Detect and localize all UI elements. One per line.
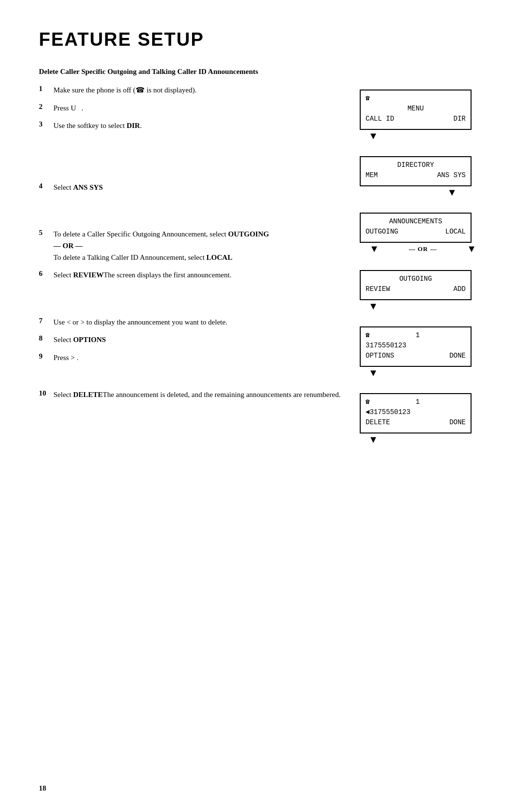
step-4: 4 Select ANS SYS bbox=[39, 182, 345, 193]
screen-box-1: ☎ MENU CALL ID DIR bbox=[360, 90, 472, 130]
screen-box-6: ☎ 1 ◄3175550123 DELETE DONE bbox=[360, 393, 472, 433]
step-text-6: Select REVIEWThe screen displays the fir… bbox=[53, 270, 231, 281]
section-heading: Delete Caller Specific Outgoing and Talk… bbox=[39, 68, 486, 76]
step-num-5: 5 bbox=[39, 229, 53, 237]
phone-icon-1: ☎ bbox=[366, 93, 369, 104]
step-num-1: 1 bbox=[39, 85, 53, 93]
screen-line-delete-done-6: DELETE DONE bbox=[366, 417, 466, 428]
call-id-label: CALL ID bbox=[366, 114, 394, 124]
options-label: OPTIONS bbox=[366, 351, 394, 361]
screen-block-2: DIRECTORY MEM ANS SYS ▼ bbox=[360, 156, 486, 197]
step-num-10: 10 bbox=[39, 389, 53, 397]
step-8: 8 Select OPTIONS bbox=[39, 334, 345, 345]
ans-sys-label: ANS SYS bbox=[437, 170, 466, 180]
record-num-6: 1 bbox=[416, 397, 420, 407]
step-num-9: 9 bbox=[39, 352, 53, 361]
screen-line-announcements: ANNOUNCEMENTS bbox=[366, 217, 466, 227]
step-text-8: Select OPTIONS bbox=[53, 334, 106, 345]
step-text-4: Select ANS SYS bbox=[53, 182, 103, 193]
screen-line-outgoing-local: OUTGOING LOCAL bbox=[366, 227, 466, 237]
page-title: FEATURE SETUP bbox=[39, 29, 486, 50]
step-9: 9 Press > . bbox=[39, 352, 345, 363]
arrow-down-4: ▼ bbox=[360, 301, 486, 311]
announcements-label: ANNOUNCEMENTS bbox=[389, 217, 442, 227]
screen-box-2: DIRECTORY MEM ANS SYS bbox=[360, 156, 472, 186]
step-text-9: Press > . bbox=[53, 352, 78, 363]
main-layout: 1 Make sure the phone is off (☎ is not d… bbox=[39, 85, 486, 453]
mem-label: MEM bbox=[366, 170, 378, 180]
step-num-4: 4 bbox=[39, 182, 53, 190]
screen-line-review-add: REVIEW ADD bbox=[366, 284, 466, 294]
left-column: 1 Make sure the phone is off (☎ is not d… bbox=[39, 85, 360, 453]
step-3: 3 Use the softkey to select DIR. bbox=[39, 120, 345, 131]
delete-label: DELETE bbox=[366, 417, 390, 428]
step-text-10: Select DELETEThe announcement is deleted… bbox=[53, 389, 341, 400]
menu-label: MENU bbox=[407, 104, 424, 114]
step-7: 7 Use < or > to display the announcement… bbox=[39, 317, 345, 328]
arrow-down-6: ▼ bbox=[360, 434, 486, 444]
add-label: ADD bbox=[454, 284, 466, 294]
arrow-down-1: ▼ bbox=[360, 131, 486, 141]
right-column: ☎ MENU CALL ID DIR ▼ DIRECTORY bbox=[360, 85, 486, 453]
phone-icon-5: ☎ bbox=[366, 330, 369, 341]
step-text-5b: To delete a Talking Caller ID Announceme… bbox=[53, 252, 269, 263]
done-label-6: DONE bbox=[449, 417, 466, 428]
screen-line-phone-number-5: 3175550123 bbox=[366, 341, 466, 351]
dir-label: DIR bbox=[454, 114, 466, 124]
screen-box-3: ANNOUNCEMENTS OUTGOING LOCAL bbox=[360, 213, 472, 243]
step-1: 1 Make sure the phone is off (☎ is not d… bbox=[39, 85, 345, 96]
step-6: 6 Select REVIEWThe screen displays the f… bbox=[39, 270, 345, 281]
step-text-1: Make sure the phone is off (☎ is not dis… bbox=[53, 85, 197, 96]
screen-line-menu: MENU bbox=[366, 104, 466, 114]
screen-block-5: ☎ 1 3175550123 OPTIONS DONE ▼ bbox=[360, 326, 486, 378]
outgoing-title-label: OUTGOING bbox=[399, 274, 432, 284]
screen-line-callid-dir: CALL ID DIR bbox=[366, 114, 466, 124]
record-num-5: 1 bbox=[416, 330, 420, 341]
screen-line-outgoing-title: OUTGOING bbox=[366, 274, 466, 284]
step-2: 2 Press U . bbox=[39, 103, 345, 114]
arrow-left-3: ▼ bbox=[369, 243, 379, 254]
screen-line-phone-num-6: ☎ 1 bbox=[366, 397, 466, 407]
arrow-down-5: ▼ bbox=[360, 368, 486, 378]
or-label-screen3: — OR — bbox=[409, 245, 437, 253]
done-label-5: DONE bbox=[449, 351, 466, 361]
step-num-3: 3 bbox=[39, 120, 53, 128]
steps-list: 1 Make sure the phone is off (☎ is not d… bbox=[39, 85, 345, 400]
screen-line-options-done-5: OPTIONS DONE bbox=[366, 351, 466, 361]
screen-block-6: ☎ 1 ◄3175550123 DELETE DONE ▼ bbox=[360, 393, 486, 444]
phone-number-6: ◄3175550123 bbox=[366, 407, 410, 417]
page-number: 18 bbox=[39, 784, 46, 793]
step-text-2: Press U . bbox=[53, 103, 83, 114]
arrow-right-3: ▼ bbox=[467, 243, 476, 254]
step-text-3: Use the softkey to select DIR. bbox=[53, 120, 142, 131]
screen-box-4: OUTGOING REVIEW ADD bbox=[360, 270, 472, 300]
step-num-6: 6 bbox=[39, 270, 53, 278]
step-num-7: 7 bbox=[39, 317, 53, 325]
screen-block-4: OUTGOING REVIEW ADD ▼ bbox=[360, 270, 486, 311]
screen-block-3: ANNOUNCEMENTS OUTGOING LOCAL ▼ — OR — ▼ bbox=[360, 213, 486, 254]
two-arrows-row: ▼ — OR — ▼ bbox=[360, 243, 486, 254]
arrow-down-2: ▼ bbox=[360, 187, 486, 197]
step-text-7: Use < or > to display the announcement y… bbox=[53, 317, 228, 328]
screen-line-phone-number-6: ◄3175550123 bbox=[366, 407, 466, 417]
screen-line-directory: DIRECTORY bbox=[366, 160, 466, 170]
review-label: REVIEW bbox=[366, 284, 390, 294]
step-num-2: 2 bbox=[39, 103, 53, 111]
phone-number-5: 3175550123 bbox=[366, 341, 406, 351]
step-num-8: 8 bbox=[39, 334, 53, 343]
outgoing-label-3: OUTGOING bbox=[366, 227, 398, 237]
step-10: 10 Select DELETEThe announcement is dele… bbox=[39, 389, 345, 400]
screen-line-phone-1: ☎ bbox=[366, 93, 466, 104]
screen-line-mem-anssys: MEM ANS SYS bbox=[366, 170, 466, 180]
step-5: 5 To delete a Caller Specific Outgoing A… bbox=[39, 229, 345, 263]
screen-box-5: ☎ 1 3175550123 OPTIONS DONE bbox=[360, 326, 472, 367]
screen-line-phone-num-5: ☎ 1 bbox=[366, 330, 466, 341]
screen-block-1: ☎ MENU CALL ID DIR ▼ bbox=[360, 90, 486, 141]
local-label: LOCAL bbox=[445, 227, 466, 237]
phone-icon-inline: ☎ bbox=[136, 86, 145, 94]
step-text-5a: To delete a Caller Specific Outgoing Ann… bbox=[53, 229, 269, 240]
directory-label: DIRECTORY bbox=[397, 160, 434, 170]
phone-icon-6: ☎ bbox=[366, 397, 369, 407]
or-label-5: — OR — bbox=[53, 242, 269, 250]
